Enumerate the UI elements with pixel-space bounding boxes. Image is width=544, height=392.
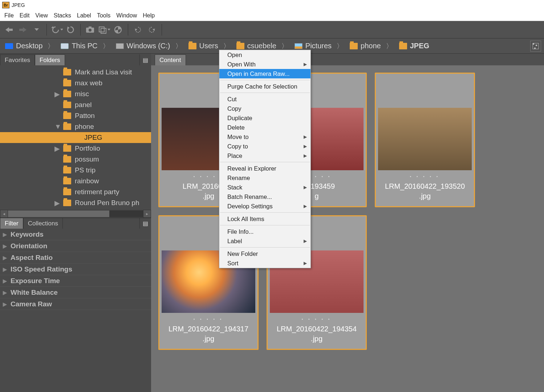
context-menu-item[interactable]: New Folder xyxy=(219,249,310,258)
context-menu-item[interactable]: Copy xyxy=(219,104,310,113)
folder-row[interactable]: ▼phone xyxy=(0,121,151,132)
rating-dots[interactable]: • • • • • xyxy=(410,175,440,179)
context-menu-item[interactable]: Copy to▶ xyxy=(219,142,310,151)
scroll-track[interactable] xyxy=(8,211,143,217)
context-menu-item[interactable]: Purge Cache for Selection xyxy=(219,82,310,91)
tab-collections[interactable]: Collections xyxy=(23,218,63,229)
context-menu-item[interactable]: Open With▶ xyxy=(219,60,310,69)
breadcrumb-phone[interactable]: phone〉 xyxy=(348,38,397,53)
window-title: JPEG xyxy=(12,2,25,8)
folder-row[interactable]: JPEG xyxy=(0,132,151,143)
context-menu-item[interactable]: Develop Settings▶ xyxy=(219,201,310,211)
refine-icon[interactable] xyxy=(98,24,110,36)
chevron-right-icon[interactable]: 〉 xyxy=(223,42,230,50)
folder-label: Round Pen Bruno ph xyxy=(75,199,139,207)
context-menu-item[interactable]: Lock All Items xyxy=(219,214,310,224)
folder-row[interactable]: Mark and Lisa visit xyxy=(0,67,151,78)
folder-row[interactable]: ▶Portfolio xyxy=(0,143,151,154)
folder-row[interactable]: ▶Round Pen Bruno ph xyxy=(0,197,151,208)
filter-row[interactable]: ▶Aspect Ratio xyxy=(0,252,151,264)
menu-label[interactable]: Label xyxy=(74,12,94,20)
context-menu-item[interactable]: File Info... xyxy=(219,227,310,236)
context-menu-item[interactable]: Cut xyxy=(219,94,310,104)
disclosure-triangle-icon[interactable]: ▶ xyxy=(54,90,60,98)
submenu-arrow-icon: ▶ xyxy=(304,238,307,244)
menu-separator xyxy=(220,80,310,80)
disclosure-triangle-icon[interactable]: ▶ xyxy=(54,199,60,207)
scroll-thumb[interactable] xyxy=(8,211,109,217)
disclosure-triangle-icon[interactable]: ▶ xyxy=(54,144,60,153)
tab-content[interactable]: Content xyxy=(155,54,186,65)
context-menu-item[interactable]: Open xyxy=(219,50,310,60)
folder-row[interactable]: Patton xyxy=(0,110,151,121)
chevron-right-icon[interactable]: 〉 xyxy=(386,42,393,50)
rotate-ccw-icon[interactable] xyxy=(64,24,77,36)
panel-menu-icon[interactable]: ▤ xyxy=(139,218,151,229)
menu-help[interactable]: Help xyxy=(140,12,158,20)
chevron-right-icon[interactable]: 〉 xyxy=(175,42,182,50)
scroll-right-button[interactable]: ▸ xyxy=(143,210,151,218)
forward-button[interactable] xyxy=(17,24,29,36)
scroll-left-button[interactable]: ◂ xyxy=(0,210,8,218)
boomerang-icon[interactable] xyxy=(50,24,63,36)
filter-row[interactable]: ▶Keywords xyxy=(0,229,151,240)
chevron-right-icon[interactable]: 〉 xyxy=(337,42,343,50)
menu-view[interactable]: View xyxy=(32,12,50,20)
tab-favorites[interactable]: Favorites xyxy=(0,54,35,65)
thumbnail[interactable]: • • • • •LRM_20160422_193520 .jpg xyxy=(375,73,475,207)
filter-row[interactable]: ▶Exposure Time xyxy=(0,275,151,287)
menu-edit[interactable]: Edit xyxy=(17,12,33,20)
breadcrumb-desktop[interactable]: Desktop〉 xyxy=(3,38,58,53)
tab-filter[interactable]: Filter xyxy=(0,218,23,229)
filter-label: Exposure Time xyxy=(11,277,60,285)
rating-dots[interactable]: • • • • • xyxy=(194,317,224,321)
camera-raw-icon[interactable] xyxy=(112,24,124,36)
back-button[interactable] xyxy=(3,24,15,36)
folder-row[interactable]: max web xyxy=(0,78,151,89)
menu-stacks[interactable]: Stacks xyxy=(51,12,74,20)
horizontal-scrollbar[interactable]: ◂ ▸ xyxy=(0,210,151,218)
folder-row[interactable]: rainbow xyxy=(0,176,151,187)
rotate-left-icon[interactable] xyxy=(132,24,144,36)
breadcrumb-drive[interactable]: Windows (C:)〉 xyxy=(114,38,186,53)
chevron-right-icon[interactable]: 〉 xyxy=(281,42,288,50)
panel-menu-icon[interactable]: ▤ xyxy=(139,54,151,65)
folder-row[interactable]: ▶misc xyxy=(0,89,151,99)
breadcrumb-label: Windows (C:) xyxy=(127,42,170,50)
chevron-right-icon[interactable]: 〉 xyxy=(48,42,54,50)
menu-tools[interactable]: Tools xyxy=(94,12,113,20)
breadcrumb-current[interactable]: JPEG xyxy=(397,38,431,53)
menu-window[interactable]: Window xyxy=(113,12,140,20)
rating-dots[interactable]: • • • • • xyxy=(302,317,332,321)
context-menu-item[interactable]: Sort▶ xyxy=(219,258,310,268)
content-grid: • • • • •LRM_20160422 .jpg• • • • •22_19… xyxy=(151,65,544,392)
context-menu-item[interactable]: Batch Rename... xyxy=(219,192,310,201)
context-menu-item[interactable]: Reveal in Explorer xyxy=(219,164,310,173)
context-menu-item[interactable]: Move to▶ xyxy=(219,132,310,142)
rotate-right-icon[interactable] xyxy=(146,24,158,36)
breadcrumb-this-pc[interactable]: This PC〉 xyxy=(58,38,113,53)
filter-row[interactable]: ▶White Balance xyxy=(0,287,151,298)
camera-download-icon[interactable] xyxy=(84,24,97,36)
menu-file[interactable]: File xyxy=(1,12,17,20)
context-menu-item[interactable]: Label▶ xyxy=(219,236,310,246)
filter-row[interactable]: ▶Camera Raw xyxy=(0,298,151,310)
context-menu-item[interactable]: Place▶ xyxy=(219,151,310,160)
thumbnail-quality-icon[interactable] xyxy=(530,41,541,52)
folder-row[interactable]: PS trip xyxy=(0,165,151,176)
tab-folders[interactable]: Folders xyxy=(35,54,65,65)
folder-row[interactable]: retirment party xyxy=(0,187,151,197)
context-menu-item[interactable]: Open in Camera Raw... xyxy=(219,69,310,78)
context-menu-item[interactable]: Stack▶ xyxy=(219,183,310,192)
context-menu-item[interactable]: Delete xyxy=(219,123,310,132)
context-menu-item[interactable]: Rename xyxy=(219,173,310,183)
recent-dropdown[interactable] xyxy=(31,24,43,36)
folder-row[interactable]: possum xyxy=(0,154,151,165)
breadcrumb-label: Pictures xyxy=(305,42,332,50)
chevron-right-icon[interactable]: 〉 xyxy=(103,42,109,50)
disclosure-triangle-icon[interactable]: ▼ xyxy=(54,123,60,131)
context-menu-item[interactable]: Duplicate xyxy=(219,113,310,123)
filter-row[interactable]: ▶Orientation xyxy=(0,240,151,252)
folder-row[interactable]: panel xyxy=(0,99,151,110)
filter-row[interactable]: ▶ISO Speed Ratings xyxy=(0,264,151,275)
